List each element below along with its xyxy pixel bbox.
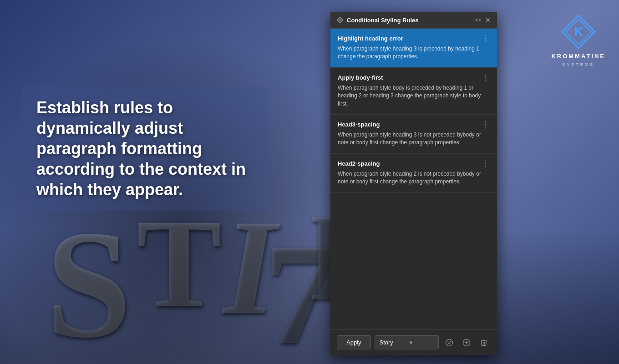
add-rule-button[interactable] bbox=[460, 336, 473, 349]
rule-item-0[interactable]: Highlight heading error ⋮ When paragraph… bbox=[330, 29, 497, 68]
panel-header-left: Conditional Styling Rules bbox=[337, 17, 418, 24]
rule-desc-2: When paragraph style heading 3 is not pr… bbox=[338, 131, 490, 147]
rule-item-0-header: Highlight heading error ⋮ bbox=[338, 35, 490, 42]
rule-menu-icon-0[interactable]: ⋮ bbox=[481, 35, 490, 42]
panel-title: Conditional Styling Rules bbox=[347, 17, 418, 24]
chevron-down-icon: ▼ bbox=[408, 340, 434, 345]
rule-desc-1: When paragraph style body is preceded by… bbox=[338, 84, 490, 108]
svg-text:K: K bbox=[574, 25, 583, 39]
logo-sub: SYSTEMS bbox=[562, 62, 594, 67]
panel-close-button[interactable]: ✕ bbox=[485, 16, 491, 24]
rule-name-3: Head2-spacing bbox=[338, 160, 380, 167]
conditional-styling-panel: Conditional Styling Rules << ✕ Highlight… bbox=[330, 12, 497, 355]
rule-item-1[interactable]: Apply body-first ⋮ When paragraph style … bbox=[330, 68, 497, 115]
panel-header: Conditional Styling Rules << ✕ bbox=[330, 12, 497, 29]
logo-name: KROMMATINE bbox=[551, 53, 605, 60]
tagline: Establish rules to dynamically adjust pa… bbox=[23, 86, 269, 211]
rule-item-2[interactable]: Head3-spacing ⋮ When paragraph style hea… bbox=[330, 115, 497, 154]
check-circle-icon[interactable] bbox=[442, 336, 456, 349]
logo-icon: K bbox=[560, 14, 597, 50]
logo-area: K KROMMATINE SYSTEMS bbox=[551, 14, 605, 67]
story-dropdown[interactable]: Story ▼ bbox=[375, 335, 439, 349]
rule-name-1: Apply body-first bbox=[338, 74, 383, 81]
apply-button[interactable]: Apply bbox=[337, 335, 371, 349]
panel-controls: << ✕ bbox=[475, 16, 491, 24]
rule-menu-icon-2[interactable]: ⋮ bbox=[481, 121, 490, 128]
rule-item-3-header: Head2-spacing ⋮ bbox=[338, 160, 490, 167]
svg-point-5 bbox=[446, 339, 453, 346]
story-dropdown-label: Story bbox=[380, 339, 405, 346]
rule-menu-icon-3[interactable]: ⋮ bbox=[481, 160, 490, 167]
tagline-text: Establish rules to dynamically adjust pa… bbox=[36, 98, 246, 199]
rule-item-2-header: Head3-spacing ⋮ bbox=[338, 121, 490, 128]
rules-list: Highlight heading error ⋮ When paragraph… bbox=[330, 29, 497, 329]
delete-rule-button[interactable] bbox=[477, 336, 491, 349]
panel-footer: Apply Story ▼ bbox=[330, 329, 497, 355]
panel-collapse-button[interactable]: << bbox=[475, 17, 482, 23]
svg-marker-4 bbox=[339, 19, 341, 21]
rule-name-0: Highlight heading error bbox=[338, 35, 403, 42]
rule-menu-icon-1[interactable]: ⋮ bbox=[481, 74, 490, 81]
rule-item-3[interactable]: Head2-spacing ⋮ When paragraph style hea… bbox=[330, 154, 497, 193]
panel-header-icon bbox=[337, 17, 343, 23]
svg-marker-3 bbox=[337, 17, 343, 23]
rule-item-1-header: Apply body-first ⋮ bbox=[338, 74, 490, 81]
dark-overlay bbox=[0, 228, 619, 364]
rule-desc-0: When paragraph style heading 3 is preced… bbox=[338, 45, 490, 61]
rule-name-2: Head3-spacing bbox=[338, 121, 380, 128]
rule-desc-3: When paragraph style heading 2 is not pr… bbox=[338, 170, 490, 186]
